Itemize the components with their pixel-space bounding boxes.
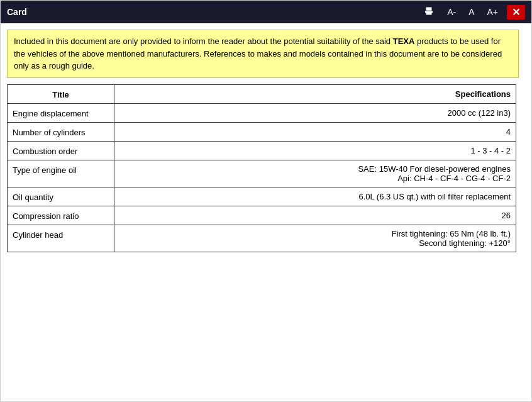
print-icon	[423, 6, 435, 18]
content-area: Included in this document are only provi…	[1, 23, 531, 401]
engine-oil-multiline: SAE: 15W-40 For diesel-powered engines A…	[119, 164, 511, 183]
table-row: Cylinder head First tightening: 65 Nm (4…	[8, 225, 516, 252]
row-title-combustion: Combustion order	[8, 141, 114, 160]
table-row: Engine displacement 2000 cc (122 in3)	[8, 103, 516, 122]
notice-text: Included in this document are only provi…	[14, 36, 502, 70]
row-spec-compression: 26	[114, 206, 516, 225]
cylinder-head-line2: Second tightening: +120°	[419, 238, 511, 248]
brand-name: TEXA	[393, 36, 415, 46]
row-spec-combustion: 1 - 3 - 4 - 2	[114, 141, 516, 160]
cylinder-head-line1: First tightening: 65 Nm (48 lb. ft.)	[392, 229, 511, 238]
row-spec-cylinders: 4	[114, 122, 516, 141]
row-title-compression: Compression ratio	[8, 206, 114, 225]
close-button[interactable]: ✕	[507, 5, 525, 20]
title-bar: Card A- A A+ ✕	[1, 1, 531, 23]
table-row: Compression ratio 26	[8, 206, 516, 225]
row-title-engine-oil: Type of engine oil	[8, 160, 114, 187]
font-normal-button[interactable]: A	[465, 6, 478, 18]
row-spec-cylinder-head: First tightening: 65 Nm (48 lb. ft.) Sec…	[114, 225, 516, 252]
cylinder-head-multiline: First tightening: 65 Nm (48 lb. ft.) Sec…	[119, 229, 511, 248]
row-title-cylinder-head: Cylinder head	[8, 225, 114, 252]
specs-table: Title Specifications Engine displacement…	[7, 84, 516, 252]
table-row: Type of engine oil SAE: 15W-40 For diese…	[8, 160, 516, 187]
font-decrease-button[interactable]: A-	[443, 6, 460, 18]
row-title-cylinders: Number of cylinders	[8, 122, 114, 141]
row-title-engine-displacement: Engine displacement	[8, 103, 114, 122]
table-row: Combustion order 1 - 3 - 4 - 2	[8, 141, 516, 160]
notice-box: Included in this document are only provi…	[7, 30, 519, 78]
engine-oil-line1: SAE: 15W-40 For diesel-powered engines	[358, 164, 511, 174]
title-bar-controls: A- A A+ ✕	[419, 5, 525, 20]
window-title: Card	[7, 7, 419, 17]
table-row: Oil quantity 6.0L (6.3 US qt.) with oil …	[8, 187, 516, 206]
main-window: Card A- A A+ ✕ Included in this document…	[0, 0, 532, 402]
engine-oil-line2: Api: CH-4 - CF-4 - CG-4 - CF-2	[397, 174, 511, 183]
table-row: Number of cylinders 4	[8, 122, 516, 141]
col-header-title: Title	[8, 84, 114, 103]
col-header-specifications: Specifications	[114, 84, 516, 103]
row-spec-engine-displacement: 2000 cc (122 in3)	[114, 103, 516, 122]
row-title-oil-quantity: Oil quantity	[8, 187, 114, 206]
row-spec-oil-quantity: 6.0L (6.3 US qt.) with oil filter replac…	[114, 187, 516, 206]
row-spec-engine-oil: SAE: 15W-40 For diesel-powered engines A…	[114, 160, 516, 187]
table-header-row: Title Specifications	[8, 84, 516, 103]
print-button[interactable]	[419, 5, 438, 19]
font-increase-button[interactable]: A+	[483, 6, 502, 18]
